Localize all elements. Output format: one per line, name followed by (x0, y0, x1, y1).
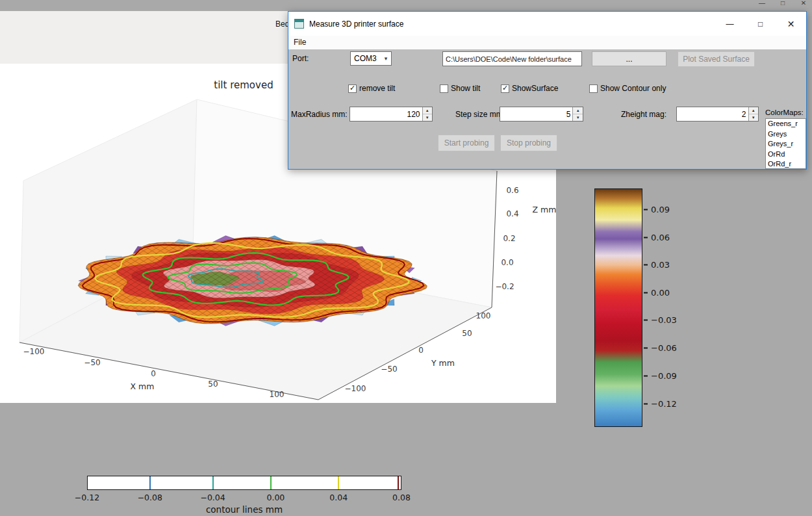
tick-mark (644, 264, 648, 265)
stepsize-label: Step size mm: (455, 110, 505, 119)
colorbar-tick-label: 0.03 (651, 260, 670, 270)
z-tick-label: 0.6 (506, 186, 518, 195)
checkbox-label: Show tilt (451, 84, 480, 93)
checkbox-remove-tilt[interactable]: ✓ remove tilt (348, 84, 395, 93)
contour-tick-label: −0.08 (138, 493, 162, 502)
checkbox-label: remove tilt (359, 84, 395, 93)
contour-line (398, 476, 399, 489)
colorbar-tick: 0.09 (644, 205, 670, 214)
checkbox-box: ✓ (440, 84, 448, 93)
y-tick-label: −50 (381, 365, 397, 374)
stop-probing-button[interactable]: Stop probing (500, 135, 557, 151)
menu-file[interactable]: File (288, 36, 311, 49)
maximize-button[interactable]: □ (745, 12, 776, 36)
spin-up-button[interactable]: ▲ (573, 107, 583, 114)
maxradius-label: MaxRadius mm: (291, 110, 348, 119)
colorbar-tick: 0.00 (644, 288, 670, 298)
checkbox-box: ✓ (589, 84, 598, 93)
colorbar-tick-label: −0.12 (651, 399, 677, 409)
colormap-item[interactable]: OrRd (766, 149, 806, 160)
browse-button[interactable]: ... (592, 51, 666, 66)
checkbox-label: Show Contour only (600, 84, 666, 93)
spinner-buttons: ▲ ▼ (572, 107, 583, 121)
colormap-item[interactable]: Greys (766, 129, 806, 140)
spin-down-button[interactable]: ▼ (423, 114, 433, 121)
stepsize-spinner: ▲ ▼ (500, 107, 583, 122)
spin-up-button[interactable]: ▲ (749, 107, 758, 114)
stepsize-input[interactable] (500, 107, 572, 121)
contour-axis-label: contour lines mm (206, 504, 283, 515)
screen: — □ ✕ Bed tilt (0, 0, 812, 516)
checkbox-box: ✓ (501, 84, 509, 93)
colormap-list[interactable]: Greens_rGreysGreys_rOrRdOrRd_r (765, 118, 806, 169)
colormaps-label: ColorMaps: (765, 109, 804, 116)
tick-mark (644, 403, 648, 404)
tick-mark (644, 375, 648, 376)
surface-path-input[interactable] (442, 51, 582, 66)
tick-mark (644, 209, 648, 210)
zheight-label: Zheight mag: (621, 110, 666, 119)
tick-mark (644, 347, 648, 348)
colorbar: 0.09 0.06 0.03 0.00 −0.03 −0.06 −0.09 −0… (594, 188, 685, 427)
y-axis-label: Y mm (431, 358, 455, 368)
dialog-measure-3d-printer-surface: Measure 3D printer surface — □ ✕ File Po… (288, 11, 807, 170)
colorbar-tick-label: −0.06 (651, 343, 677, 353)
spin-down-button[interactable]: ▼ (573, 114, 583, 121)
colorbar-gradient (594, 188, 642, 427)
dialog-title: Measure 3D printer surface (309, 19, 403, 29)
spin-up-button[interactable]: ▲ (423, 107, 433, 114)
tick-mark (644, 319, 648, 320)
contour-colorbar: −0.12 −0.08 −0.04 0.00 0.04 0.08 contour… (87, 476, 401, 516)
desktop-window-controls: — □ ✕ (757, 0, 808, 8)
y-tick-label: 0 (418, 346, 424, 355)
contour-line (270, 476, 272, 489)
y-tick-label: 100 (476, 311, 491, 320)
z-tick-label: 0.0 (501, 258, 513, 267)
zheight-input[interactable] (677, 107, 748, 121)
y-tick-label: 50 (462, 329, 472, 338)
colormap-item[interactable]: Greys_r (766, 139, 806, 149)
x-tick-label: 0 (151, 369, 156, 378)
desktop-maximize-icon[interactable]: □ (778, 0, 787, 8)
tick-mark (644, 292, 648, 293)
z-axis-label: Z mm (533, 205, 557, 214)
minimize-button[interactable]: — (715, 12, 745, 36)
contour-tick-label: 0.04 (329, 493, 348, 502)
x-tick-label: −100 (23, 347, 45, 356)
z-tick-label: 0.4 (506, 209, 518, 218)
z-tick-label: −0.2 (495, 282, 514, 291)
start-probing-button[interactable]: Start probing (438, 135, 495, 151)
colorbar-tick: 0.03 (644, 260, 670, 270)
desktop-close-icon[interactable]: ✕ (799, 0, 808, 8)
contour-line (149, 476, 151, 489)
colorbar-tick: −0.09 (644, 371, 677, 381)
checkbox-label: ShowSurface (512, 84, 558, 93)
colorbar-tick: −0.03 (644, 315, 677, 325)
menu-bar: File (288, 36, 806, 49)
check-icon: ✓ (349, 84, 355, 92)
y-tick-label: −100 (345, 384, 366, 393)
colormap-item[interactable]: OrRd_r (766, 159, 806, 169)
x-tick-label: 50 (208, 380, 218, 389)
close-button[interactable]: ✕ (776, 12, 806, 36)
port-select[interactable]: COM3 ▾ (350, 51, 392, 66)
plot-title: tilt removed (214, 79, 273, 91)
colorbar-tick: −0.06 (644, 343, 677, 353)
port-value: COM3 (351, 54, 381, 63)
contour-tick-label: 0.00 (266, 493, 285, 502)
checkbox-showsurface[interactable]: ✓ ShowSurface (501, 84, 558, 93)
colorbar-tick-label: 0.09 (651, 205, 670, 214)
desktop-minimize-icon[interactable]: — (757, 0, 767, 8)
colorbar-tick-label: 0.00 (651, 288, 670, 298)
contour-line (212, 476, 214, 489)
spin-down-button[interactable]: ▼ (749, 114, 758, 121)
colorbar-tick-label: −0.09 (651, 371, 677, 381)
checkbox-show-tilt[interactable]: ✓ Show tilt (440, 84, 480, 93)
dialog-titlebar[interactable]: Measure 3D printer surface — □ ✕ (288, 12, 806, 36)
check-icon: ✓ (502, 84, 508, 92)
plot-saved-surface-button[interactable]: Plot Saved Surface (678, 51, 755, 67)
checkbox-show-contour-only[interactable]: ✓ Show Contour only (589, 84, 666, 93)
colorbar-tick: 0.06 (644, 233, 670, 242)
maxradius-input[interactable] (350, 107, 422, 121)
colormap-item[interactable]: Greens_r (766, 119, 806, 129)
